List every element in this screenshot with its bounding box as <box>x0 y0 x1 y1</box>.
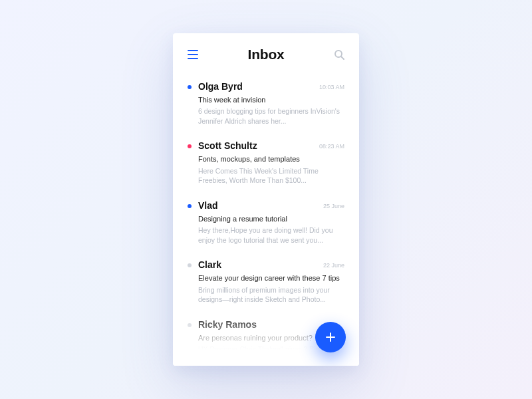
email-time: 25 June <box>323 203 344 209</box>
email-item[interactable]: Vlad 25 June Designing a resume tutorial… <box>188 194 344 253</box>
email-list: Olga Byrd 10:03 AM This week at invision… <box>188 74 344 362</box>
email-subject: This week at invision <box>198 95 344 104</box>
header: Inbox <box>188 47 344 63</box>
email-item[interactable]: Clark 22 June Elevate your design career… <box>188 253 344 312</box>
page-title: Inbox <box>248 47 285 63</box>
email-subject: Elevate your design career with these 7 … <box>198 273 344 283</box>
compose-button[interactable] <box>315 322 346 352</box>
email-item[interactable]: Scott Schultz 08:23 AM Fonts, mockups, a… <box>188 134 344 193</box>
plus-icon <box>324 331 337 344</box>
email-time: 10:03 AM <box>319 84 344 90</box>
email-preview: Here Comes This Week's Limited Time Free… <box>198 166 344 186</box>
email-preview: 6 design blogging tips for beginners InV… <box>198 106 344 126</box>
inbox-screen: Inbox Olga Byrd 10:03 AM This week at in… <box>173 33 359 366</box>
svg-line-1 <box>341 57 344 59</box>
search-icon[interactable] <box>334 49 344 60</box>
email-preview: Bring millions of premium images into yo… <box>198 285 344 305</box>
email-time: 22 June <box>323 262 344 269</box>
status-dot <box>188 204 192 208</box>
status-dot <box>188 85 192 89</box>
status-dot <box>188 323 192 327</box>
email-subject: Designing a resume tutorial <box>198 214 344 223</box>
email-time: 08:23 AM <box>319 143 344 150</box>
email-subject: Fonts, mockups, and templates <box>198 154 344 164</box>
status-dot <box>188 144 192 148</box>
email-item[interactable]: Olga Byrd 10:03 AM This week at invision… <box>188 74 344 134</box>
menu-icon[interactable] <box>188 50 198 59</box>
status-dot <box>188 263 192 267</box>
email-preview: Hey there,Hope you are doing well! Did y… <box>198 225 344 245</box>
